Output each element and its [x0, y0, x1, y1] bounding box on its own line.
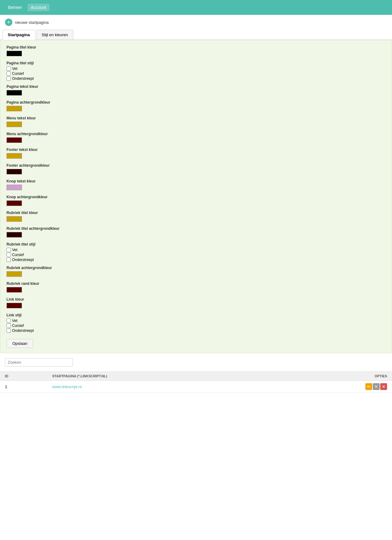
checkbox-label-1-2: Onderstreept	[12, 76, 34, 81]
edit-button[interactable]: ✏	[365, 383, 372, 390]
field-group-1: Pagina titel stijlVetCursiefOnderstreept	[6, 61, 386, 81]
checkbox-label-16-0: Vet	[12, 319, 17, 323]
field-label-6: Footer tekst kleur	[6, 148, 386, 152]
data-table: ID STARTPAGINA (*.LINKSCRIPT.NL) OPTIES …	[0, 371, 392, 393]
field-label-5: Menu achtergrondkleur	[6, 132, 386, 136]
tab-stijl-en-kleuren[interactable]: Stijl en kleuren	[37, 30, 73, 40]
checkbox-1-2[interactable]	[6, 76, 11, 81]
field-group-2: Pagina tekst kleur	[6, 84, 386, 96]
field-label-8: Knop tekst kleur	[6, 179, 386, 183]
checkbox-1-0[interactable]	[6, 66, 11, 71]
color-swatch-6[interactable]	[6, 153, 22, 159]
field-label-1: Pagina titel stijl	[6, 61, 386, 65]
cell-id: 1	[0, 381, 47, 393]
field-label-13: Rubriek achtergrondkleur	[6, 266, 386, 270]
cell-url-link[interactable]: www.linkscript.nl	[52, 384, 82, 389]
field-label-0: Pagina titel kleur	[6, 45, 386, 49]
checkbox-1-1[interactable]	[6, 71, 11, 76]
field-group-13: Rubriek achtergrondkleur	[6, 266, 386, 278]
checkbox-item-12-0[interactable]: Vet	[6, 248, 386, 252]
checkbox-item-1-2[interactable]: Onderstreept	[6, 76, 386, 81]
field-label-3: Pagina achtergrondkleur	[6, 100, 386, 105]
field-label-16: Link stijl	[6, 313, 386, 317]
color-swatch-3[interactable]	[6, 106, 22, 111]
checkbox-item-16-0[interactable]: Vet	[6, 319, 386, 323]
color-swatch-4[interactable]	[6, 122, 22, 127]
field-group-9: Knop achtergrondkleur	[6, 195, 386, 207]
checkbox-item-1-1[interactable]: Cursief	[6, 71, 386, 76]
field-group-8: Knop tekst kleur	[6, 179, 386, 191]
search-input[interactable]	[5, 358, 73, 366]
field-label-2: Pagina tekst kleur	[6, 84, 386, 89]
save-button[interactable]: Opslaan	[6, 339, 33, 348]
nav-beheer[interactable]: Beheer	[5, 4, 25, 11]
color-swatch-10[interactable]	[6, 216, 22, 222]
field-group-3: Pagina achtergrondkleur	[6, 100, 386, 112]
table-header: ID STARTPAGINA (*.LINKSCRIPT.NL) OPTIES	[0, 372, 392, 381]
checkbox-12-2[interactable]	[6, 258, 11, 262]
checkbox-label-1-0: Vet	[12, 66, 17, 71]
field-group-10: Rubriek titel kleur	[6, 211, 386, 223]
field-group-15: Link kleur	[6, 297, 386, 309]
field-group-7: Footer achtergrondkleur	[6, 163, 386, 175]
field-group-12: Rubriek titel stijlVetCursiefOnderstreep…	[6, 242, 386, 262]
checkbox-label-12-1: Cursief	[12, 253, 24, 257]
field-label-7: Footer achtergrondkleur	[6, 163, 386, 168]
color-swatch-5[interactable]	[6, 137, 22, 143]
field-group-14: Rubriek rand kleur	[6, 281, 386, 294]
checkbox-item-1-0[interactable]: Vet	[6, 66, 386, 71]
tabs: Startpagina Stijl en kleuren	[0, 30, 392, 40]
tab-startpagina[interactable]: Startpagina	[2, 30, 35, 40]
color-swatch-0[interactable]	[6, 51, 22, 56]
col-opties: OPTIES	[278, 372, 392, 381]
checkbox-12-0[interactable]	[6, 248, 11, 252]
cell-options: ✏✕✕	[278, 381, 392, 393]
color-swatch-11[interactable]	[6, 232, 22, 238]
nav-account[interactable]: Account	[28, 4, 50, 11]
checkbox-16-1[interactable]	[6, 324, 11, 328]
color-swatch-13[interactable]	[6, 271, 22, 277]
checkbox-item-12-2[interactable]: Onderstreept	[6, 258, 386, 262]
new-page-bar: + nieuwe startpagina	[0, 15, 392, 30]
form-area: Pagina titel kleurPagina titel stijlVetC…	[0, 40, 392, 353]
field-group-5: Menu achtergrondkleur	[6, 132, 386, 144]
checkbox-12-1[interactable]	[6, 253, 11, 257]
new-page-label[interactable]: nieuwe startpagina	[15, 20, 49, 25]
checkbox-label-1-1: Cursief	[12, 71, 24, 76]
checkbox-group-16: VetCursiefOnderstreept	[6, 319, 386, 333]
field-group-6: Footer tekst kleur	[6, 148, 386, 160]
delete-red-button[interactable]: ✕	[380, 383, 387, 390]
checkbox-label-12-0: Vet	[12, 248, 17, 252]
search-bar	[0, 353, 392, 369]
checkbox-group-12: VetCursiefOnderstreept	[6, 248, 386, 262]
field-label-12: Rubriek titel stijl	[6, 242, 386, 246]
field-group-0: Pagina titel kleur	[6, 45, 386, 57]
field-label-9: Knop achtergrondkleur	[6, 195, 386, 199]
color-swatch-2[interactable]	[6, 90, 22, 96]
checkbox-16-0[interactable]	[6, 319, 11, 323]
new-page-icon[interactable]: +	[5, 19, 12, 26]
color-swatch-14[interactable]	[6, 287, 22, 293]
color-swatch-9[interactable]	[6, 200, 22, 206]
field-label-4: Menu tekst kleur	[6, 116, 386, 120]
table-row: 1www.linkscript.nl✏✕✕	[0, 381, 392, 393]
checkbox-item-12-1[interactable]: Cursief	[6, 253, 386, 257]
field-label-14: Rubriek rand kleur	[6, 281, 386, 286]
checkbox-item-16-2[interactable]: Onderstreept	[6, 328, 386, 333]
delete-gray-button[interactable]: ✕	[373, 383, 380, 390]
field-group-16: Link stijlVetCursiefOnderstreept	[6, 313, 386, 333]
color-swatch-15[interactable]	[6, 303, 22, 308]
field-group-11: Rubriek titel achtergrondkleur	[6, 226, 386, 238]
checkbox-group-1: VetCursiefOnderstreept	[6, 66, 386, 81]
cell-url: www.linkscript.nl	[47, 381, 278, 393]
field-label-11: Rubriek titel achtergrondkleur	[6, 226, 386, 231]
col-id: ID	[0, 372, 47, 381]
checkbox-16-2[interactable]	[6, 328, 11, 333]
checkbox-item-16-1[interactable]: Cursief	[6, 324, 386, 328]
color-swatch-7[interactable]	[6, 169, 22, 174]
checkbox-label-12-2: Onderstreept	[12, 258, 34, 262]
field-label-15: Link kleur	[6, 297, 386, 302]
checkbox-label-16-1: Cursief	[12, 324, 24, 328]
color-swatch-8[interactable]	[6, 185, 22, 190]
col-startpagina: STARTPAGINA (*.LINKSCRIPT.NL)	[47, 372, 278, 381]
